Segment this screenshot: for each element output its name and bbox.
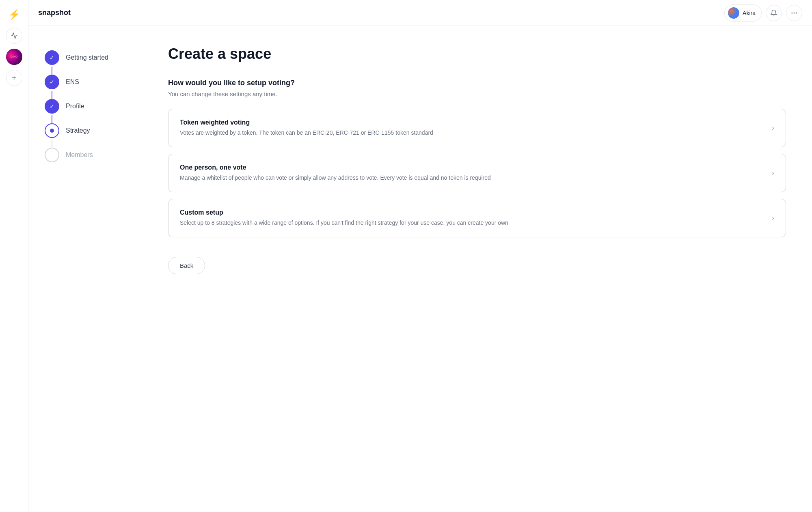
step-label-getting-started: Getting started — [66, 54, 108, 61]
main-content: Create a space How would you like to set… — [142, 26, 812, 512]
step-label-ens: ENS — [66, 78, 79, 86]
user-pill[interactable]: Akira — [724, 4, 762, 22]
back-button[interactable]: Back — [168, 257, 205, 274]
step-getting-started[interactable]: ✓ Getting started — [45, 45, 126, 70]
svg-point-2 — [796, 13, 797, 13]
step-label-strategy: Strategy — [66, 127, 90, 134]
main-wrapper: snapshot Akira — [28, 0, 812, 512]
user-name: Akira — [743, 10, 756, 16]
step-circle-ens: ✓ — [45, 75, 59, 89]
header: snapshot Akira — [28, 0, 812, 26]
option-one-person[interactable]: One person, one vote Manage a whitelist … — [168, 154, 786, 192]
bolt-icon[interactable]: ⚡ — [6, 6, 22, 23]
dao-community-icon[interactable]: DAO — [6, 49, 22, 65]
app-title: snapshot — [38, 9, 71, 17]
option-token-weighted[interactable]: Token weighted voting Votes are weighted… — [168, 109, 786, 147]
svg-point-0 — [792, 13, 793, 13]
step-label-profile: Profile — [66, 103, 84, 110]
step-circle-getting-started: ✓ — [45, 50, 59, 65]
step-profile[interactable]: ✓ Profile — [45, 94, 126, 118]
step-ens[interactable]: ✓ ENS — [45, 70, 126, 94]
voting-subtitle: You can change these settings any time. — [168, 90, 786, 97]
page-title: Create a space — [168, 45, 786, 62]
notifications-button[interactable] — [766, 5, 782, 21]
option-one-person-desc: Manage a whitelist of people who can vot… — [180, 174, 765, 182]
option-token-weighted-title: Token weighted voting — [180, 119, 765, 126]
voting-question: How would you like to setup voting? — [168, 79, 786, 87]
step-circle-strategy — [45, 123, 59, 138]
more-options-button[interactable] — [786, 5, 802, 21]
option-custom-desc: Select up to 8 strategies with a wide ra… — [180, 219, 765, 227]
step-label-members: Members — [66, 151, 93, 159]
chevron-right-icon-2: › — [772, 169, 774, 177]
content-area: ✓ Getting started ✓ ENS ✓ Profile Strate… — [28, 26, 812, 512]
chevron-right-icon-3: › — [772, 214, 774, 222]
option-one-person-title: One person, one vote — [180, 164, 765, 171]
pulse-icon[interactable] — [6, 28, 22, 44]
chevron-right-icon: › — [772, 124, 774, 132]
add-space-button[interactable]: + — [6, 70, 22, 86]
header-right: Akira — [724, 4, 802, 22]
icon-sidebar: ⚡ DAO + — [0, 0, 28, 512]
step-members[interactable]: Members — [45, 143, 126, 167]
svg-point-1 — [794, 13, 795, 13]
step-circle-profile: ✓ — [45, 99, 59, 114]
step-strategy[interactable]: Strategy — [45, 118, 126, 143]
option-token-weighted-desc: Votes are weighted by a token. The token… — [180, 129, 765, 137]
steps-sidebar: ✓ Getting started ✓ ENS ✓ Profile Strate… — [28, 26, 142, 512]
step-circle-members — [45, 148, 59, 162]
option-custom-title: Custom setup — [180, 209, 765, 216]
user-avatar — [728, 7, 739, 19]
option-custom-setup[interactable]: Custom setup Select up to 8 strategies w… — [168, 199, 786, 237]
